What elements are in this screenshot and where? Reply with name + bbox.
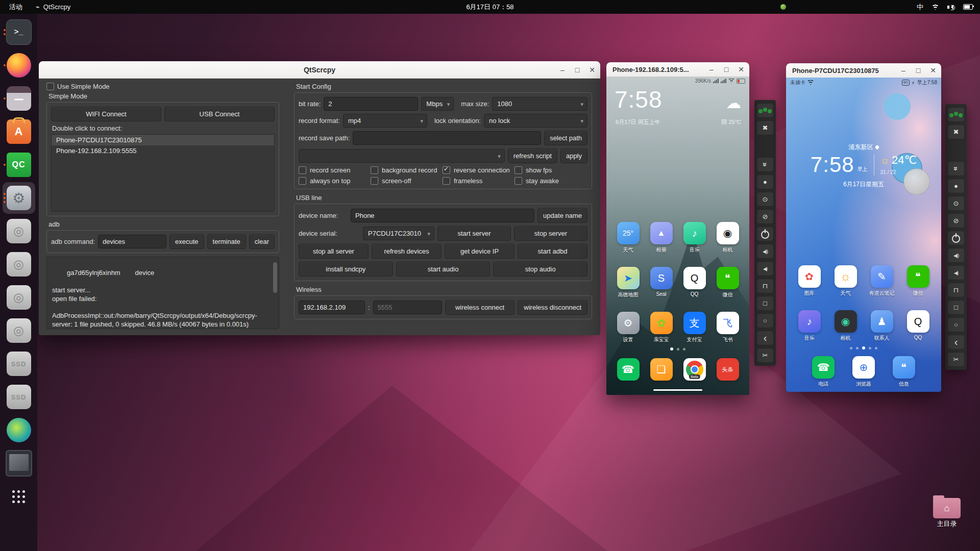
app-icon[interactable]: ◉ 相机 xyxy=(717,222,739,254)
device-name-input[interactable] xyxy=(351,209,534,222)
app-icon-tile[interactable]: ✎ xyxy=(871,265,893,288)
files[interactable] xyxy=(3,83,35,114)
config-checkbox[interactable]: background record xyxy=(371,166,443,174)
terminal[interactable]: >_ xyxy=(3,16,35,48)
start-server-button[interactable]: start server xyxy=(437,226,511,241)
app-icon-tile[interactable]: 支 xyxy=(683,312,706,334)
phone1-screen[interactable]: 396K/s 7:58 ☁ 6月17日 周五上午 阴 25°C 25° 天气 ▲… xyxy=(606,77,749,395)
close-button[interactable]: ✕ xyxy=(929,67,937,74)
ubuntu-software[interactable]: A xyxy=(3,116,35,147)
app-icon[interactable]: ➤ 高德地图 xyxy=(617,267,640,298)
home-button[interactable]: ○ xyxy=(756,313,774,328)
close-button[interactable]: ✕ xyxy=(737,66,745,73)
app-switch-button[interactable]: ⊓ xyxy=(947,283,965,297)
checkbox-box[interactable] xyxy=(371,166,378,174)
app-icon[interactable]: 支 支付宝 xyxy=(683,312,706,343)
log-scrollbar[interactable] xyxy=(273,262,277,293)
update-name-button[interactable]: update name xyxy=(537,208,587,223)
app-icon[interactable]: ❝ 微信 xyxy=(907,265,929,297)
volume-icon[interactable] xyxy=(947,4,955,10)
adb-command-input[interactable] xyxy=(98,235,166,248)
settings[interactable]: ⚙ xyxy=(3,182,35,214)
app-icon-tile[interactable]: 飞 xyxy=(717,312,739,334)
device-list-item[interactable]: Phone-192.168.2.109:5555 xyxy=(52,145,274,156)
phone1-titlebar[interactable]: Phone-192.168.2.109:5... – □ ✕ xyxy=(606,62,749,77)
group-control-button[interactable] xyxy=(756,103,774,118)
app-icon[interactable]: Q QQ xyxy=(683,267,706,298)
gparted[interactable] xyxy=(3,414,35,446)
minimize-button[interactable]: – xyxy=(707,66,716,73)
disk-drive-1[interactable]: ◎ xyxy=(3,215,35,247)
screen-on-button[interactable]: ⊙ xyxy=(947,196,965,211)
app-icon-tile[interactable]: ⚙ xyxy=(617,312,640,334)
screenshot-button[interactable]: ✂ xyxy=(756,348,774,363)
app-icon[interactable]: ♟ 联系人 xyxy=(871,310,893,342)
audio-action-button[interactable]: install sndcpy xyxy=(299,262,393,277)
back-button[interactable]: ‹ xyxy=(947,335,965,349)
device-list-item[interactable]: Phone-P7CDU17C23010875 xyxy=(52,135,274,145)
fullscreen-button[interactable]: ✖ xyxy=(756,120,774,135)
disk-drive-4[interactable]: ◎ xyxy=(3,315,35,346)
dock-app-icon[interactable]: ⊕ 浏览器 xyxy=(852,356,875,388)
app-icon-tile[interactable]: ◉ xyxy=(717,222,739,244)
app-icon[interactable]: ▲ 相册 xyxy=(650,222,673,254)
expand-collapse-button[interactable]: » xyxy=(947,161,965,176)
ssd-drive-1[interactable]: SSD xyxy=(3,348,35,380)
volume-up-button[interactable]: ◀)) xyxy=(756,244,774,259)
app-icon[interactable]: ✎ 有道云笔记 xyxy=(869,265,895,297)
phone2-screen[interactable]: 未插卡 90 ⚡ 早上7:58 浦东新区 7:58 早上 ☼ xyxy=(786,78,941,392)
app-icon[interactable]: ❝ 微信 xyxy=(717,267,739,298)
dock-app-icon[interactable]: ☎ 电话 xyxy=(812,356,835,388)
firefox[interactable] xyxy=(3,49,35,81)
stop-server-button[interactable]: stop server xyxy=(514,226,587,241)
menu-button[interactable]: □ xyxy=(947,300,965,315)
app-icon[interactable]: ◉ 相机 xyxy=(835,310,857,342)
usb-action-button[interactable]: stop all server xyxy=(299,244,369,259)
fullscreen-button[interactable]: ✖ xyxy=(947,124,965,139)
wifi-icon[interactable] xyxy=(932,4,939,10)
app-icon-tile[interactable]: ❏ xyxy=(650,358,673,381)
apply-button[interactable]: apply xyxy=(560,148,587,163)
app-icon-tile[interactable]: Q xyxy=(683,267,706,289)
bit-rate-unit-select[interactable]: Mbps xyxy=(421,97,454,111)
app-icon[interactable]: S Seal xyxy=(650,267,673,298)
app-icon[interactable]: ♪ 音乐 xyxy=(683,222,706,254)
dock-app-icon[interactable]: ❏ xyxy=(650,358,673,381)
wireless-port-input[interactable] xyxy=(373,300,442,314)
app-switch-button[interactable]: ⊓ xyxy=(756,279,774,293)
wireless-disconnect-button[interactable]: wireless disconnect xyxy=(518,300,587,315)
config-checkbox[interactable]: frameless xyxy=(443,177,514,185)
screen-off-button[interactable]: ⊘ xyxy=(947,213,965,228)
wifi-connect-button[interactable]: WIFI Connect xyxy=(51,107,161,121)
app-icon-tile[interactable]: ❝ xyxy=(907,265,929,288)
record-save-path-input[interactable] xyxy=(353,131,541,145)
app-icon-tile[interactable]: 头条 xyxy=(717,358,739,381)
config-checkbox[interactable]: reverse connection xyxy=(443,166,514,174)
bit-rate-input[interactable] xyxy=(324,97,418,111)
execute-button[interactable]: execute xyxy=(169,234,204,249)
touch-toggle-button[interactable]: ● xyxy=(756,174,774,189)
qtcreator[interactable]: QC xyxy=(3,149,35,181)
device-list[interactable]: Phone-P7CDU17C23010875 Phone-192.168.2.1… xyxy=(51,134,275,212)
app-icon[interactable]: Q QQ xyxy=(907,310,929,342)
screen-off-button[interactable]: ⊘ xyxy=(756,209,774,224)
app-icon-tile[interactable]: ◉ xyxy=(835,310,857,333)
dock-app-icon[interactable]: Beta xyxy=(683,358,706,381)
config-checkbox[interactable]: always on top xyxy=(299,177,371,185)
wireless-connect-button[interactable]: wireless connect xyxy=(445,300,515,315)
app-icon-tile[interactable]: ⊕ xyxy=(852,356,875,379)
close-button[interactable]: ✕ xyxy=(588,66,596,73)
app-icon-tile[interactable]: S xyxy=(650,267,673,289)
app-icon-tile[interactable]: ☎ xyxy=(812,356,835,379)
refresh-script-button[interactable]: refresh script xyxy=(508,148,557,163)
app-icon-tile[interactable]: ☼ xyxy=(835,265,857,288)
back-button[interactable]: ‹ xyxy=(756,331,774,345)
select-path-button[interactable]: select path xyxy=(544,131,587,145)
focused-app-menu[interactable]: ⌁ QtScrcpy xyxy=(36,3,70,11)
app-icon-tile[interactable]: 25° xyxy=(617,222,640,244)
adb-log-output[interactable]: ga7d65ylnj6xinhm device start server... … xyxy=(46,257,279,329)
app-icon[interactable]: ⚙ 设置 xyxy=(617,312,640,343)
app-icon-tile[interactable]: ➤ xyxy=(617,267,640,289)
volume-up-button[interactable]: ◀)) xyxy=(947,248,965,263)
script-select[interactable] xyxy=(299,149,505,163)
